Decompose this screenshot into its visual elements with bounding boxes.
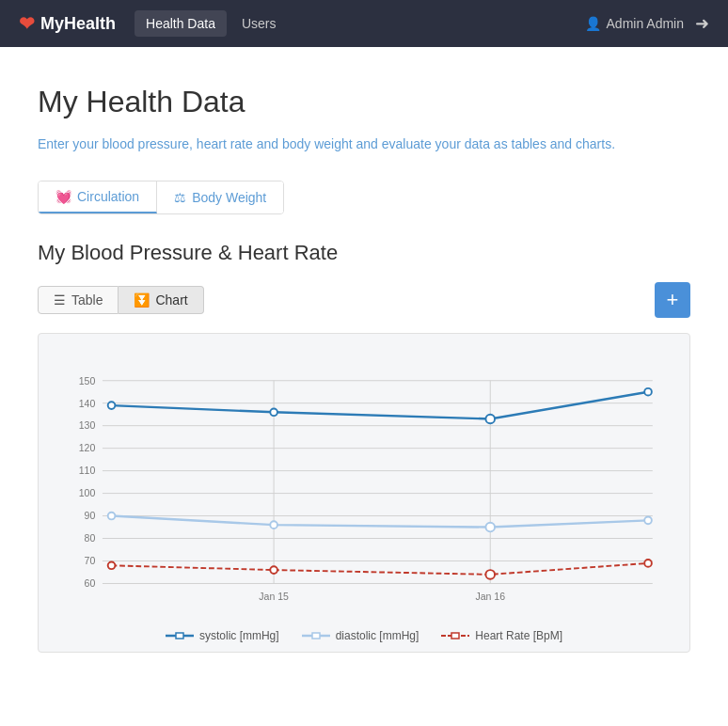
legend-heartrate-icon [441,631,469,640]
navbar-right: 👤 Admin Admin ➜ [585,13,709,34]
add-entry-button[interactable]: + [655,282,690,318]
svg-text:Jan 16: Jan 16 [475,591,505,602]
svg-point-24 [108,402,116,409]
svg-point-30 [485,523,495,532]
nav-health-data[interactable]: Health Data [135,10,227,37]
svg-text:110: 110 [79,465,96,476]
blood-pressure-heading: My Blood Pressure & Heart Rate [38,241,690,265]
chart-svg-wrapper: .grid-line { stroke: #d0d0d0; stroke-wid… [57,353,671,620]
svg-point-34 [485,570,495,579]
svg-text:150: 150 [79,375,96,387]
tab-body-weight[interactable]: ⚖ Body Weight [157,182,283,213]
legend-diastolic-label: diastolic [mmHg] [336,629,419,642]
chart-view-button[interactable]: ⏬ Chart [119,286,203,314]
main-content: My Health Data Enter your blood pressure… [0,47,728,671]
svg-text:140: 140 [79,398,96,409]
svg-text:90: 90 [85,510,96,521]
legend-diastolic: diastolic [mmHg] [302,629,419,642]
chart-legend: systolic [mmHg] diastolic [mmHg] Heart R… [57,629,671,642]
svg-text:80: 80 [85,532,96,544]
chart-container: .grid-line { stroke: #d0d0d0; stroke-wid… [38,333,690,653]
page-description: Enter your blood pressure, heart rate an… [38,134,690,154]
table-view-button[interactable]: ☰ Table [38,286,119,314]
svg-text:100: 100 [79,487,96,498]
nav-users[interactable]: Users [230,10,288,37]
svg-point-33 [270,566,277,574]
svg-point-32 [108,561,116,569]
legend-systolic: systolic [mmHg] [166,629,279,642]
chart-icon: ⏬ [134,292,150,308]
svg-text:Jan 15: Jan 15 [259,591,289,602]
legend-diastolic-icon [302,631,330,640]
admin-label: 👤 Admin Admin [585,16,684,31]
nav-links: Health Data Users [135,10,585,37]
legend-systolic-label: systolic [mmHg] [199,629,279,642]
svg-text:130: 130 [79,420,96,432]
svg-point-28 [108,513,116,520]
svg-point-25 [270,408,277,416]
svg-text:120: 120 [79,442,96,453]
svg-point-27 [644,388,652,396]
chart-svg: .grid-line { stroke: #d0d0d0; stroke-wid… [57,353,671,616]
svg-rect-39 [312,633,320,639]
svg-point-31 [644,517,652,525]
svg-rect-37 [176,633,183,639]
legend-heartrate: Heart Rate [BpM] [441,629,562,642]
svg-point-29 [270,521,277,529]
legend-heartrate-label: Heart Rate [BpM] [475,629,562,642]
svg-text:70: 70 [85,555,96,566]
section-tabs: 💓 Circulation ⚖ Body Weight [38,181,284,214]
view-toggle: ☰ Table ⏬ Chart [38,286,204,314]
table-icon: ☰ [54,292,66,308]
view-toggle-row: ☰ Table ⏬ Chart + [38,282,690,318]
brand-icon: ❤ [19,12,35,35]
svg-text:60: 60 [85,577,96,589]
logout-button[interactable]: ➜ [695,13,709,34]
tab-circulation[interactable]: 💓 Circulation [39,182,157,213]
person-icon: 👤 [585,16,601,31]
legend-systolic-icon [166,631,194,640]
brand-link[interactable]: ❤ MyHealth [19,12,116,35]
svg-rect-41 [451,633,459,639]
admin-name: Admin Admin [607,16,684,31]
scale-icon: ⚖ [174,190,186,205]
svg-point-26 [485,415,495,424]
svg-point-35 [644,560,652,567]
page-title: My Health Data [38,85,690,119]
heart-icon: 💓 [55,189,71,204]
brand-label: MyHealth [40,14,116,34]
navbar: ❤ MyHealth Health Data Users 👤 Admin Adm… [0,0,728,47]
